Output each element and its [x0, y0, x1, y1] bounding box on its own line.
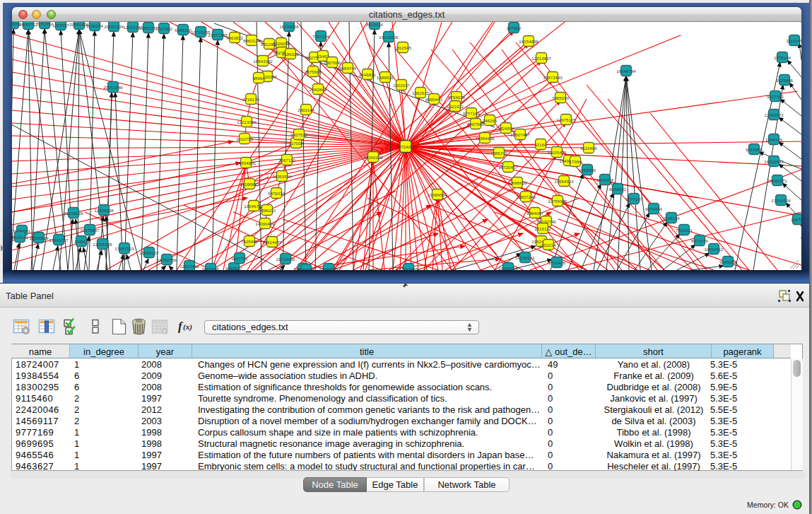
svg-text:18807249: 18807249 [516, 194, 536, 199]
svg-text:9984067: 9984067 [526, 211, 544, 216]
svg-text:1312545: 1312545 [394, 45, 412, 50]
svg-text:19166827: 19166827 [240, 182, 259, 187]
svg-text:12505135: 12505135 [93, 242, 112, 247]
svg-text:6879197: 6879197 [625, 197, 643, 201]
svg-text:9699695: 9699695 [579, 168, 596, 173]
svg-text:7151552: 7151552 [36, 22, 54, 26]
svg-text:9777169: 9777169 [463, 111, 481, 116]
svg-text:20051334: 20051334 [104, 24, 124, 29]
svg-text:62160: 62160 [534, 142, 547, 147]
svg-text:11356829: 11356829 [29, 235, 49, 240]
svg-text:2803144: 2803144 [298, 107, 315, 112]
svg-text:3267110: 3267110 [278, 158, 295, 163]
svg-text:5878334: 5878334 [268, 191, 286, 196]
svg-text:16210643: 16210643 [764, 159, 784, 164]
svg-text:9146821: 9146821 [359, 72, 377, 77]
svg-text:10688609: 10688609 [507, 180, 527, 185]
svg-text:2242843: 2242843 [310, 87, 327, 92]
svg-text:2226058: 2226058 [273, 41, 290, 46]
svg-text:2367608: 2367608 [324, 60, 341, 65]
svg-text:7485093: 7485093 [552, 95, 570, 100]
svg-text:8938923: 8938923 [609, 187, 627, 192]
svg-text:12942757: 12942757 [49, 238, 69, 243]
svg-text:17016504: 17016504 [771, 198, 791, 203]
svg-text:19654923: 19654923 [554, 179, 574, 184]
svg-text:7663822: 7663822 [226, 35, 244, 40]
svg-text:17957223: 17957223 [114, 246, 134, 251]
svg-text:9227342: 9227342 [767, 94, 784, 99]
svg-text:3915141: 3915141 [12, 235, 29, 240]
svg-text:10025433: 10025433 [547, 150, 567, 155]
svg-text:8471676: 8471676 [691, 238, 709, 243]
svg-text:8286051: 8286051 [298, 267, 315, 271]
svg-text:10756926: 10756926 [548, 199, 567, 204]
svg-text:746266: 746266 [483, 118, 498, 123]
svg-text:7625402: 7625402 [241, 239, 259, 244]
svg-text:1621022: 1621022 [447, 104, 464, 109]
svg-text:9115460: 9115460 [580, 146, 597, 151]
svg-text:16782759: 16782759 [157, 257, 177, 262]
svg-text:18300295: 18300295 [363, 155, 383, 160]
svg-text:18724007: 18724007 [396, 144, 416, 149]
svg-text:1733426: 1733426 [548, 260, 566, 265]
svg-text:15692971: 15692971 [767, 178, 787, 183]
svg-text:10507487: 10507487 [510, 132, 530, 137]
svg-text:14099489: 14099489 [255, 221, 275, 226]
svg-text:252214: 252214 [541, 243, 556, 247]
svg-text:17984: 17984 [569, 159, 582, 164]
svg-text:14136141: 14136141 [515, 255, 535, 260]
svg-text:12213957: 12213957 [531, 56, 551, 61]
svg-text:10958107: 10958107 [139, 250, 159, 255]
svg-text:10973493: 10973493 [543, 75, 563, 80]
svg-text:11353594: 11353594 [272, 174, 292, 179]
svg-text:8860124: 8860124 [243, 38, 261, 43]
svg-text:9674444: 9674444 [645, 206, 663, 211]
svg-text:10244505: 10244505 [319, 267, 339, 271]
svg-text:9215958: 9215958 [746, 147, 763, 152]
svg-text:2935114: 2935114 [663, 216, 680, 221]
svg-text:20053346: 20053346 [103, 85, 123, 90]
svg-text:9465546: 9465546 [202, 267, 220, 271]
svg-text:(x): (x) [183, 322, 192, 332]
svg-text:10025414: 10025414 [498, 266, 518, 271]
svg-text:9657791: 9657791 [231, 256, 249, 261]
svg-text:10654112: 10654112 [704, 247, 724, 252]
svg-text:15716485: 15716485 [276, 257, 295, 262]
svg-text:19654885: 19654885 [236, 160, 256, 165]
svg-text:1362615: 1362615 [412, 90, 430, 95]
svg-text:1010755: 1010755 [236, 136, 254, 141]
svg-text:9498222: 9498222 [259, 208, 276, 213]
svg-text:1588520: 1588520 [377, 75, 394, 80]
svg-text:20364436: 20364436 [475, 136, 495, 141]
svg-text:7357224: 7357224 [312, 34, 330, 39]
svg-text:16033809: 16033809 [279, 24, 299, 29]
svg-text:9463627: 9463627 [225, 266, 243, 271]
svg-text:9427532: 9427532 [290, 132, 308, 137]
svg-text:1244415: 1244415 [765, 137, 783, 142]
svg-text:15720407: 15720407 [498, 165, 518, 170]
svg-text:98964: 98964 [252, 76, 265, 81]
svg-text:12923465: 12923465 [399, 267, 418, 271]
svg-text:9136054: 9136054 [86, 23, 104, 28]
svg-text:16543382: 16543382 [253, 59, 273, 64]
svg-text:3675685: 3675685 [305, 69, 322, 74]
svg-text:6466160: 6466160 [175, 28, 192, 33]
svg-text:8454749: 8454749 [339, 66, 357, 71]
svg-text:6497568: 6497568 [467, 122, 485, 127]
svg-text:6794028: 6794028 [448, 95, 466, 100]
svg-text:12093872: 12093872 [764, 112, 784, 117]
svg-text:116753: 116753 [791, 217, 801, 222]
svg-text:114513: 114513 [74, 239, 89, 244]
svg-text:12923465: 12923465 [180, 264, 199, 269]
svg-text:12358928: 12358928 [94, 208, 114, 213]
svg-text:1527602: 1527602 [155, 26, 173, 31]
svg-text:1575104: 1575104 [774, 55, 792, 60]
svg-text:1440954: 1440954 [596, 177, 614, 182]
svg-text:117004: 117004 [289, 141, 304, 146]
svg-text:1322037: 1322037 [393, 83, 411, 88]
svg-text:10671355: 10671355 [208, 33, 228, 37]
svg-text:8813014: 8813014 [366, 22, 384, 27]
svg-text:14914479: 14914479 [262, 240, 282, 245]
svg-text:16154838: 16154838 [519, 39, 539, 44]
svg-text:1203557: 1203557 [52, 23, 70, 28]
